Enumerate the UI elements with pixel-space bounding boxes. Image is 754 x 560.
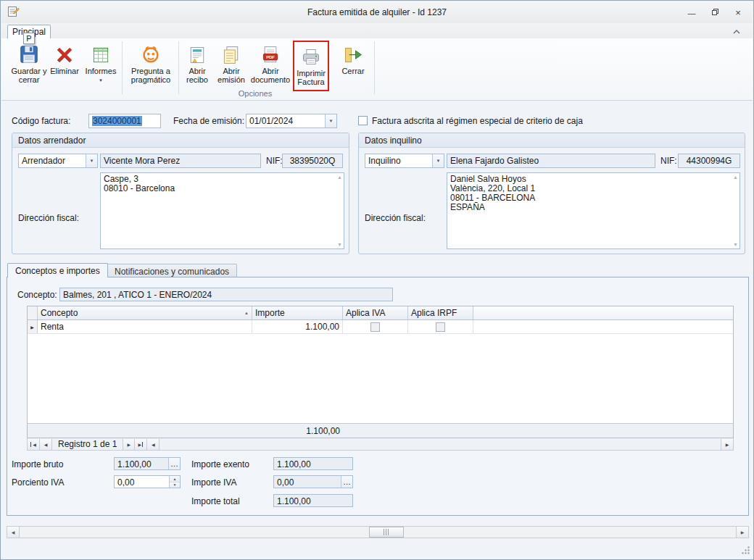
importe-iva-ellipsis-button[interactable]: … [341, 476, 352, 488]
codigo-factura-input[interactable]: 3024000001 [88, 114, 161, 128]
arrendador-nif-field[interactable]: 38395020Q [282, 154, 343, 168]
scroll-up-icon[interactable]: ▲ [337, 175, 342, 180]
minimize-icon: — [688, 9, 696, 17]
informes-button[interactable]: Informes ▼ [83, 41, 119, 96]
grid-scroll-left-button[interactable]: ◀ [147, 439, 160, 450]
pregunta-pragmatico-button[interactable]: Pregunta a pragmático [126, 41, 175, 96]
pdf-document-icon: PDF [260, 41, 281, 65]
grid-scroll-right-button[interactable]: ▶ [721, 439, 733, 450]
abrir-emision-button[interactable]: Abrir emisión [215, 41, 248, 96]
chevron-down-icon: ▼ [90, 159, 94, 163]
resize-grip-icon[interactable] [740, 545, 750, 557]
column-header-aplica-irpf[interactable]: Aplica IRPF [408, 306, 473, 319]
nav-next-icon: ▶ [128, 442, 131, 447]
scrollbar-track[interactable] [20, 527, 736, 538]
regimen-caja-checkbox[interactable] [358, 116, 368, 125]
nav-last-icon: ▶ [138, 442, 142, 447]
importe-iva-value: 0,00 [277, 477, 294, 488]
window-horizontal-scrollbar[interactable]: ◀ ▶ [7, 526, 749, 538]
nav-prev-button[interactable]: ◀ [40, 439, 52, 450]
aplica-irpf-checkbox[interactable] [436, 322, 445, 332]
ellipsis-icon: … [170, 461, 178, 466]
inquilino-dropdown-button[interactable]: ▼ [432, 154, 444, 167]
scrollbar-thumb[interactable] [369, 527, 404, 538]
codigo-factura-label: Código factura: [12, 116, 70, 126]
datos-inquilino-title: Datos inquilino [359, 133, 745, 148]
grid-indicator-header [28, 306, 38, 319]
importe-iva-label: Importe IVA [191, 477, 236, 488]
svg-text:PDF: PDF [266, 54, 275, 59]
eliminar-button[interactable]: Eliminar [49, 41, 80, 96]
ribbon-separator [178, 41, 179, 94]
collapse-ribbon-button[interactable] [731, 28, 742, 36]
arrendador-nombre-field[interactable]: Vicente Mora Perez [100, 154, 261, 168]
cell-concepto-value: Renta [41, 322, 64, 332]
inquilino-direccion-memo[interactable]: Daniel Salva Hoyos València, 220, Local … [447, 172, 740, 249]
abrir-documento-button[interactable]: PDF Abrir documento [249, 41, 291, 96]
nav-last-button[interactable]: ▶ [135, 439, 147, 450]
close-button[interactable]: × [729, 7, 747, 19]
spin-up-icon[interactable]: ▲ [170, 476, 180, 482]
spin-down-icon[interactable]: ▼ [170, 482, 180, 488]
informes-label: Informes [86, 67, 117, 75]
scroll-right-icon: ▶ [726, 442, 729, 447]
inquilino-nombre-field[interactable]: Elena Fajardo Galisteo [447, 154, 655, 168]
arrendador-selector[interactable]: Arrendador ▼ [18, 154, 98, 168]
aplica-iva-checkbox[interactable] [370, 322, 380, 332]
abrir-emision-label: Abrir emisión [215, 67, 248, 84]
scroll-left-icon: ◀ [152, 442, 155, 447]
importe-bruto-ellipsis-button[interactable]: … [168, 458, 180, 469]
cerrar-button[interactable]: Cerrar [336, 41, 370, 96]
imprimir-factura-button[interactable]: Imprimir Factura [293, 41, 329, 91]
scroll-down-icon[interactable]: ▼ [337, 242, 342, 247]
nav-prev-icon: ◀ [44, 442, 48, 447]
column-header-concepto[interactable]: Concepto ▲ [38, 306, 252, 319]
porciento-iva-field[interactable]: 0,00 ▲ ▼ [114, 475, 181, 488]
importe-bruto-value: 1.100,00 [117, 459, 152, 469]
importe-iva-field[interactable]: 0,00 … [273, 475, 353, 488]
inquilino-selector-value: Inquilino [368, 156, 401, 166]
column-header-aplica-iva-label: Aplica IVA [346, 308, 385, 318]
inquilino-selector[interactable]: Inquilino ▼ [365, 154, 444, 168]
scroll-up-icon[interactable]: ▲ [733, 175, 738, 180]
importe-exento-field[interactable]: 1.100,00 [273, 457, 353, 470]
titlebar: Factura emitida de alquiler - Id 1237 — … [1, 1, 753, 23]
scrollbar-right-button[interactable]: ▶ [736, 527, 748, 538]
summary-importe-value: 1.100,00 [252, 426, 343, 436]
fecha-emision-label: Fecha de emisión: [173, 116, 244, 126]
minimize-button[interactable]: — [682, 7, 701, 19]
datos-inquilino-group: Datos inquilino Inquilino ▼ Elena Fajard… [358, 133, 745, 254]
abrir-recibo-button[interactable]: Abrir recibo [181, 41, 213, 96]
fecha-dropdown-button[interactable]: ▼ [325, 114, 336, 128]
scrollbar-left-button[interactable]: ◀ [7, 527, 20, 538]
eliminar-label: Eliminar [50, 67, 79, 75]
scroll-right-icon: ▶ [741, 530, 745, 535]
concepto-field[interactable]: Balmes, 201 , ATICO 1 - ENERO/2024 [59, 288, 393, 301]
cell-filler [473, 320, 733, 333]
pregunta-pragmatico-label: Pregunta a pragmático [126, 67, 175, 84]
column-header-importe[interactable]: Importe [252, 306, 343, 319]
restore-button[interactable] [705, 7, 724, 19]
arrendador-direccion-memo[interactable]: Caspe, 3 08010 - Barcelona ▲ ▼ [100, 172, 344, 249]
abrir-recibo-label: Abrir recibo [181, 67, 213, 84]
record-navigator: ◀ ◀ Registro 1 de 1 ▶ ▶ ◀ ▶ [27, 438, 734, 451]
importe-bruto-field[interactable]: 1.100,00 … [114, 457, 181, 470]
porciento-iva-spinner[interactable]: ▲ ▼ [169, 476, 180, 488]
guardar-y-cerrar-button[interactable]: Guardar y cerrar [10, 41, 48, 96]
arrendador-dropdown-button[interactable]: ▼ [86, 154, 97, 167]
column-header-aplica-iva[interactable]: Aplica IVA [343, 306, 408, 319]
grid-row-renta[interactable]: ▶ Renta 1.100,00 [28, 320, 733, 334]
tab-conceptos-importes[interactable]: Conceptos e importes [7, 263, 108, 277]
nav-first-button[interactable]: ◀ [28, 439, 40, 450]
row-indicator-icon: ▶ [28, 320, 38, 333]
cell-importe: 1.100,00 [252, 320, 343, 333]
app-window: Factura emitida de alquiler - Id 1237 — … [0, 0, 754, 560]
inquilino-nif-field[interactable]: 44300994G [678, 154, 740, 168]
documents-stack-icon [221, 41, 241, 65]
importe-total-field[interactable]: 1.100,00 [273, 494, 353, 507]
inquilino-direccion-label: Dirección fiscal: [365, 213, 426, 223]
scroll-down-icon[interactable]: ▼ [733, 242, 738, 247]
fecha-emision-input[interactable]: 01/01/2024 ▼ [246, 114, 337, 128]
nav-next-button[interactable]: ▶ [123, 439, 135, 450]
tab-notificaciones-comunicados[interactable]: Notificaciones y comunicados [107, 264, 237, 277]
